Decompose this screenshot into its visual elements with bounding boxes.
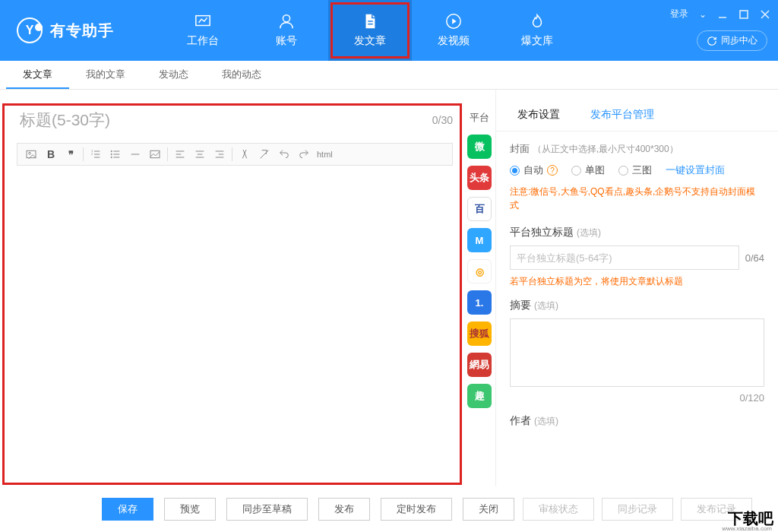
svg-point-20	[111, 150, 112, 151]
platform-item-7[interactable]: 網易	[467, 353, 492, 377]
sync-log-button[interactable]: 同步记录	[602, 498, 673, 521]
top-nav: 工作台 账号 发文章 发视频 爆文库	[161, 0, 579, 61]
publish-button[interactable]: 发布	[318, 498, 370, 521]
platform-item-8[interactable]: 趣	[467, 384, 492, 408]
close-icon[interactable]	[760, 9, 770, 20]
user-icon	[277, 13, 296, 30]
radio-icon	[510, 166, 520, 176]
plat-title-count: 0/64	[745, 252, 764, 264]
undo-icon[interactable]	[275, 145, 293, 163]
top-bar: Y 有专助手 工作台 账号 发文章 发视频 爆文库 登录 ⌄	[0, 0, 778, 61]
align-center-icon[interactable]	[191, 145, 209, 163]
editor-toolbar: B ❞ 12 html	[17, 143, 453, 166]
timed-publish-button[interactable]: 定时发布	[381, 498, 452, 521]
platform-item-6[interactable]: 搜狐	[467, 321, 492, 346]
platform-item-1[interactable]: 头条	[467, 166, 492, 190]
ordered-list-icon[interactable]: 12	[87, 145, 105, 163]
plat-title-input[interactable]	[510, 245, 739, 270]
platform-column: 平台 微头条百M◎1.搜狐網易趣	[463, 90, 495, 486]
nav-account[interactable]: 账号	[245, 0, 328, 61]
tab-platform-manage[interactable]: 发布平台管理	[578, 103, 666, 131]
summary-count: 0/120	[510, 392, 764, 404]
nav-label: 账号	[276, 34, 297, 48]
maximize-icon[interactable]	[738, 9, 749, 20]
separator	[83, 147, 84, 161]
nav-publish-video[interactable]: 发视频	[412, 0, 495, 61]
play-icon	[444, 13, 463, 30]
quote-icon[interactable]: ❞	[62, 145, 80, 163]
platform-item-2[interactable]: 百	[467, 197, 492, 221]
subtab-publish[interactable]: 发文章	[6, 61, 69, 89]
bottom-bar: 保存 预览 同步至草稿 发布 定时发布 关闭 审核状态 同步记录 发布记录	[0, 486, 778, 532]
nav-label: 工作台	[187, 34, 219, 48]
svg-point-11	[29, 152, 31, 154]
login-link[interactable]: 登录	[670, 8, 688, 21]
gallery-icon[interactable]	[146, 145, 164, 163]
sub-tabs: 发文章 我的文章 发动态 我的动态	[0, 61, 778, 90]
sync-center-button[interactable]: 同步中心	[697, 30, 767, 51]
clear-format-icon[interactable]	[255, 145, 274, 163]
platform-item-3[interactable]: M	[467, 228, 492, 252]
radio-icon	[618, 166, 628, 176]
sync-center-label: 同步中心	[721, 34, 757, 47]
preview-button[interactable]: 预览	[164, 498, 216, 521]
settings-column: 发布设置 发布平台管理 封面 （从正文中选择,最小尺寸400*300） 自动? …	[495, 90, 778, 486]
login-dropdown-icon[interactable]: ⌄	[699, 9, 707, 20]
subtab-my-articles[interactable]: 我的文章	[69, 61, 142, 89]
author-group: 作者(选填)	[510, 414, 764, 428]
one-click-cover-link[interactable]: 一键设置封面	[666, 163, 725, 177]
html-source-button[interactable]: html	[315, 150, 335, 159]
chart-icon	[193, 13, 213, 30]
audit-status-button[interactable]: 审核状态	[523, 498, 594, 521]
title-input[interactable]	[20, 111, 425, 129]
bold-icon[interactable]: B	[42, 145, 60, 163]
summary-textarea[interactable]	[510, 318, 764, 387]
align-right-icon[interactable]	[210, 145, 229, 163]
save-button[interactable]: 保存	[102, 498, 153, 521]
platform-item-4[interactable]: ◎	[467, 259, 492, 283]
minimize-icon[interactable]	[717, 9, 728, 20]
svg-point-21	[111, 154, 112, 154]
nav-publish-article[interactable]: 发文章	[328, 0, 412, 61]
separator	[167, 147, 168, 161]
radio-single[interactable]: 单图	[571, 163, 605, 177]
radio-triple[interactable]: 三图	[618, 163, 652, 177]
platform-item-0[interactable]: 微	[467, 135, 492, 159]
logo-area: Y 有专助手	[0, 0, 131, 61]
cover-radio-row: 自动? 单图 三图 一键设置封面	[510, 163, 764, 177]
find-icon[interactable]	[236, 145, 254, 163]
title-char-count: 0/30	[432, 114, 453, 126]
svg-rect-24	[150, 150, 160, 157]
image-icon[interactable]	[22, 145, 40, 163]
settings-tabs: 发布设置 发布平台管理	[496, 103, 778, 131]
nav-label: 发文章	[354, 34, 386, 48]
subtab-my-moments[interactable]: 我的动态	[205, 61, 278, 89]
hr-icon[interactable]	[126, 145, 144, 163]
radio-auto[interactable]: 自动?	[510, 163, 558, 177]
sync-draft-button[interactable]: 同步至草稿	[226, 498, 308, 521]
logo-icon: Y	[17, 17, 43, 43]
nav-label: 发视频	[438, 34, 470, 48]
svg-text:2: 2	[91, 152, 93, 156]
tab-publish-settings[interactable]: 发布设置	[505, 103, 572, 131]
unordered-list-icon[interactable]	[106, 145, 125, 163]
align-left-icon[interactable]	[171, 145, 189, 163]
platform-item-5[interactable]: 1.	[467, 290, 492, 315]
bottom-left-buttons: 保存 预览 同步至草稿 发布 定时发布 关闭	[102, 498, 514, 521]
subtab-publish-moment[interactable]: 发动态	[142, 61, 205, 89]
summary-label: 摘要(选填)	[510, 299, 764, 312]
nav-hot-articles[interactable]: 爆文库	[495, 0, 579, 61]
author-label: 作者(选填)	[510, 414, 764, 428]
bottom-right-buttons: 审核状态 同步记录 发布记录	[523, 498, 752, 521]
summary-group: 摘要(选填) 0/120	[510, 299, 764, 404]
help-icon[interactable]: ?	[547, 165, 558, 176]
publish-log-button[interactable]: 发布记录	[681, 498, 752, 521]
platform-header: 平台	[470, 111, 489, 125]
platform-title-group: 平台独立标题(选填) 0/64 若平台独立标题为空，将使用文章默认标题	[510, 226, 764, 288]
editor-body[interactable]	[17, 166, 453, 454]
cover-label: 封面 （从正文中选择,最小尺寸400*300）	[510, 142, 764, 156]
document-icon	[360, 13, 380, 30]
nav-workbench[interactable]: 工作台	[161, 0, 245, 61]
redo-icon[interactable]	[295, 145, 313, 163]
close-button[interactable]: 关闭	[463, 498, 514, 521]
